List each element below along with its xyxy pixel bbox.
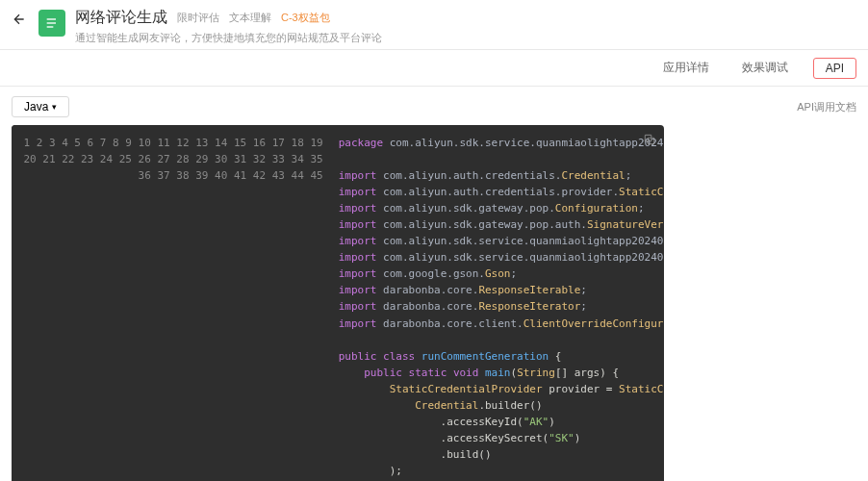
tag-time-eval[interactable]: 限时评估 <box>177 11 219 25</box>
language-label: Java <box>24 100 48 114</box>
code-block: 1 2 3 4 5 6 7 8 9 10 11 12 13 14 15 16 1… <box>12 125 664 481</box>
chevron-down-icon: ▾ <box>52 102 57 112</box>
tab-api[interactable]: API <box>813 58 856 79</box>
api-doc-link[interactable]: API调用文档 <box>797 100 856 114</box>
copy-icon[interactable] <box>643 133 656 150</box>
language-select[interactable]: Java ▾ <box>12 96 69 117</box>
page-subtitle: 通过智能生成网友评论，方便快捷地填充您的网站规范及平台评论 <box>75 31 856 45</box>
svg-rect-2 <box>47 26 54 27</box>
tag-text-understand[interactable]: 文本理解 <box>229 11 271 25</box>
page-title: 网络评论生成 <box>75 8 167 28</box>
app-icon <box>38 10 65 37</box>
tag-package[interactable]: C-3权益包 <box>281 11 330 25</box>
tab-app-details[interactable]: 应用详情 <box>655 56 717 80</box>
line-numbers: 1 2 3 4 5 6 7 8 9 10 11 12 13 14 15 16 1… <box>12 125 327 481</box>
code-body: package com.aliyun.sdk.service.quanmiaol… <box>327 125 664 481</box>
svg-rect-0 <box>47 18 56 19</box>
svg-rect-1 <box>47 22 56 23</box>
tab-debug[interactable]: 效果调试 <box>734 56 796 80</box>
back-icon[interactable] <box>12 12 27 31</box>
